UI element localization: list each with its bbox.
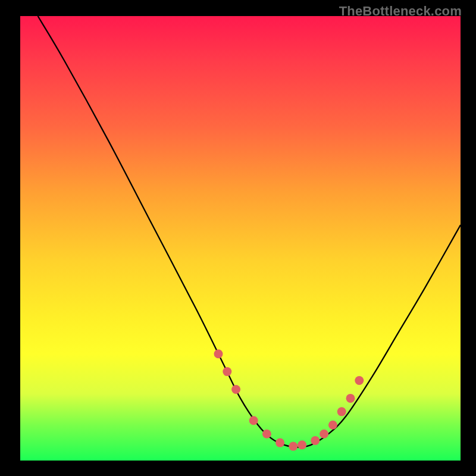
chart-svg <box>20 16 461 461</box>
highlight-dot <box>289 442 298 451</box>
highlight-dot <box>320 430 328 439</box>
watermark-text: TheBottleneck.com <box>339 4 462 19</box>
plot-area <box>20 16 461 461</box>
highlight-dot <box>355 376 364 385</box>
highlight-dot <box>214 349 223 358</box>
highlight-dot <box>223 367 231 376</box>
highlight-dots <box>214 349 364 450</box>
highlight-dot <box>231 385 240 394</box>
highlight-dot <box>249 416 258 425</box>
highlight-dot <box>298 440 306 449</box>
highlight-dot <box>311 436 320 445</box>
chart-frame: TheBottleneck.com <box>0 0 476 476</box>
highlight-dot <box>337 407 346 416</box>
highlight-dot <box>275 439 284 447</box>
highlight-dot <box>328 421 337 430</box>
highlight-dot <box>262 430 271 439</box>
bottleneck-curve <box>38 16 461 447</box>
highlight-dot <box>346 394 355 403</box>
